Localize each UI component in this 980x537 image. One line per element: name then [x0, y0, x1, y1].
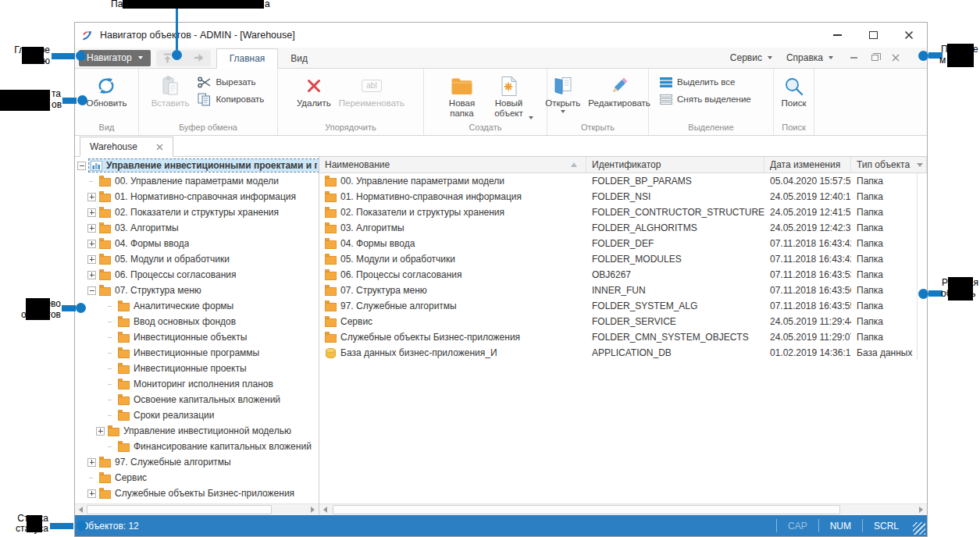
column-header-id[interactable]: Идентификатор: [586, 157, 764, 172]
scrollbar-thumb[interactable]: [333, 505, 840, 514]
tree-item[interactable]: Управление инвестиционной моделью: [75, 423, 319, 439]
ribbon-restore-button[interactable]: [866, 48, 883, 68]
filter-icon[interactable]: [917, 163, 923, 167]
ribbon-tab-home[interactable]: Главная: [216, 48, 279, 69]
table-row[interactable]: 04. Формы вводаFOLDER_DEF07.11.2018 16:4…: [319, 236, 918, 251]
resize-grip[interactable]: [913, 522, 925, 535]
tree-item[interactable]: 97. Служебные алгоритмы: [75, 454, 319, 470]
scroll-left-arrow[interactable]: [75, 504, 87, 515]
clear-selection-button[interactable]: Снять выделение: [655, 91, 756, 108]
tree-item[interactable]: Ввод основных фондов: [75, 314, 319, 329]
tree-item[interactable]: Инвестиционные проекты: [75, 361, 319, 376]
group-label: Буфер обмена: [139, 122, 277, 135]
tree-item[interactable]: Инвестиционные объекты: [75, 329, 319, 345]
tree-item[interactable]: Освоение капитальных вложений: [75, 392, 319, 407]
expand-icon[interactable]: [87, 193, 96, 201]
tree-item[interactable]: 06. Процессы согласования: [75, 267, 319, 283]
table-row[interactable]: 06. Процессы согласованияOBJ626707.11.20…: [319, 267, 918, 283]
tree-item[interactable]: Мониторинг исполнения планов: [75, 376, 319, 392]
column-header-name[interactable]: Наименование: [319, 157, 586, 172]
table-row[interactable]: 97. Служебные алгоритмыFOLDER_SYSTEM_ALG…: [319, 298, 918, 314]
expand-icon[interactable]: [96, 427, 105, 436]
scroll-right-arrow[interactable]: [307, 504, 319, 515]
refresh-icon: [96, 73, 116, 98]
table-row[interactable]: 00. Управление параметрами моделиFOLDER_…: [319, 173, 918, 189]
search-button[interactable]: Поиск: [778, 71, 811, 122]
table-row[interactable]: 01. Нормативно-справочная информацияFOLD…: [319, 189, 918, 204]
tree-item[interactable]: 03. Алгоритмы: [75, 220, 319, 236]
navigator-menu-button[interactable]: Навигатор: [79, 50, 151, 66]
group-label: Поиск: [774, 122, 814, 135]
help-menu[interactable]: Справка: [779, 48, 840, 68]
folder-icon: [99, 240, 111, 249]
tree-item[interactable]: Служебные объекты Бизнес-приложения: [75, 485, 319, 501]
ribbon-close-button[interactable]: [887, 48, 904, 68]
rename-button[interactable]: abl Переименовать: [335, 71, 408, 122]
column-header-modified[interactable]: Дата изменения: [764, 157, 851, 172]
tree-item[interactable]: Управление инвестиционными проектами и п…: [75, 158, 319, 173]
tree-item[interactable]: 02. Показатели и структуры хранения: [75, 204, 319, 220]
service-menu[interactable]: Сервис: [723, 48, 779, 68]
table-row[interactable]: 07. Структура менюINNER_FUN07.11.2018 16…: [319, 283, 918, 298]
expand-icon[interactable]: [87, 240, 96, 248]
tree-item[interactable]: 04. Формы ввода: [75, 236, 319, 251]
delete-button[interactable]: Удалить: [293, 71, 335, 122]
collapse-icon[interactable]: [77, 162, 86, 170]
nav-forward-button[interactable]: [191, 53, 207, 62]
tree-item[interactable]: 05. Модули и обработчики: [75, 251, 319, 267]
expand-icon[interactable]: [87, 224, 96, 233]
tree-item[interactable]: Сервис: [75, 470, 319, 485]
copy-button[interactable]: Копировать: [193, 91, 269, 108]
scroll-right-arrow[interactable]: [915, 504, 927, 515]
table-row[interactable]: 05. Модули и обработчикиFOLDER_MODULES07…: [319, 251, 918, 267]
tree-item[interactable]: Аналитические формы: [75, 298, 319, 314]
new-folder-button[interactable]: Новая папка: [439, 71, 486, 122]
tree-item[interactable]: 07. Структура меню: [75, 283, 319, 298]
ribbon-group-create: Новая папка Новый объект Создать: [424, 69, 547, 135]
folder-icon: [99, 178, 111, 187]
expand-icon[interactable]: [87, 255, 96, 264]
tree-item[interactable]: Финансирование капитальных вложений: [75, 439, 319, 454]
refresh-button[interactable]: Обновить: [82, 71, 130, 122]
column-header-type[interactable]: Тип объекта: [851, 157, 927, 172]
collapse-icon[interactable]: [87, 286, 96, 295]
table-row[interactable]: 03. АлгоритмыFOLDER_ALGHORITMS24.05.2019…: [319, 220, 918, 236]
expand-icon[interactable]: [87, 458, 96, 467]
tree-item[interactable]: Инвестиционные программы: [75, 345, 319, 361]
tree-item[interactable]: 00. Управление параметрами модели: [75, 173, 319, 189]
selected-tree-item[interactable]: Управление инвестиционными проектами и п…: [89, 159, 319, 172]
document-tab-warehouse[interactable]: Warehouse: [80, 137, 173, 157]
tree-item[interactable]: 01. Нормативно-справочная информация: [75, 189, 319, 204]
paste-button[interactable]: Вставить: [148, 71, 194, 122]
new-object-button[interactable]: Новый объект: [486, 71, 533, 122]
edit-button[interactable]: Редактировать: [584, 71, 654, 122]
close-icon[interactable]: [156, 144, 163, 151]
expand-icon[interactable]: [87, 208, 96, 217]
table-row[interactable]: 02. Показатели и структуры храненияFOLDE…: [319, 204, 918, 220]
delete-icon: [306, 73, 322, 98]
grid-horizontal-scrollbar[interactable]: [319, 503, 927, 515]
sort-asc-icon: [571, 162, 577, 167]
table-row[interactable]: СервисFOLDER_SERVICE24.05.2019 11:29:44П…: [319, 314, 918, 329]
expand-icon[interactable]: [87, 271, 96, 279]
scroll-left-arrow[interactable]: [319, 504, 331, 515]
cut-button[interactable]: Вырезать: [193, 73, 269, 91]
expand-icon[interactable]: [87, 489, 96, 498]
scrollbar-thumb[interactable]: [87, 505, 272, 514]
open-button[interactable]: Открыть: [541, 71, 584, 122]
group-label: Создать: [424, 122, 547, 135]
button-label: Вырезать: [216, 77, 255, 87]
tree-item[interactable]: Сроки реализации: [75, 407, 319, 423]
minimize-button[interactable]: [825, 26, 849, 44]
table-row[interactable]: Служебные объекты Бизнес-приложенияFOLDE…: [319, 329, 918, 345]
close-button[interactable]: [897, 26, 921, 44]
table-row[interactable]: База данных бизнес-приложения_ИAPPLICATI…: [319, 345, 918, 361]
select-all-button[interactable]: Выделить все: [655, 73, 756, 91]
tree-horizontal-scrollbar[interactable]: [75, 503, 319, 515]
ribbon-minimize-button[interactable]: [845, 48, 862, 68]
ribbon-tab-view[interactable]: Вид: [278, 48, 320, 69]
callout-line: [52, 53, 75, 59]
maximize-button[interactable]: [861, 26, 885, 44]
main-content: Управление инвестиционными проектами и п…: [75, 157, 927, 515]
chevron-down-icon: [829, 56, 833, 59]
